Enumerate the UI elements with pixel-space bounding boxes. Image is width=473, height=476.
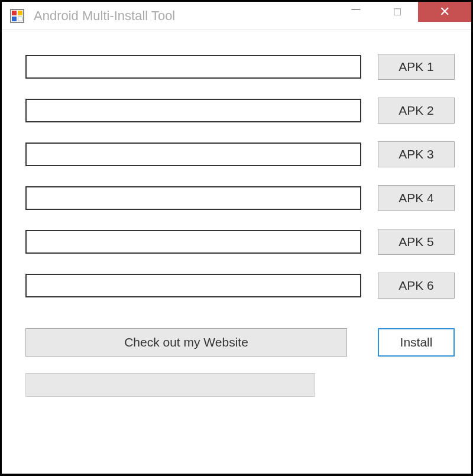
- apk-browse-button-6[interactable]: APK 6: [378, 273, 455, 299]
- apk-row-1: APK 1: [25, 54, 455, 80]
- apk-path-input-3[interactable]: [25, 143, 361, 166]
- progress-bar: [25, 373, 315, 397]
- apk-path-input-1[interactable]: [25, 55, 361, 79]
- cc-icon: cc: [407, 462, 420, 472]
- apk-browse-button-3[interactable]: APK 3: [378, 141, 455, 167]
- apk-path-input-5[interactable]: [25, 230, 361, 254]
- apk-browse-button-1[interactable]: APK 1: [378, 54, 455, 80]
- apk-row-5: APK 5: [25, 229, 455, 255]
- apk-path-input-2[interactable]: [25, 99, 361, 122]
- client-area: APK 1 APK 2 APK 3 APK 4 APK 5 APK 6 Chec…: [2, 30, 471, 409]
- close-button[interactable]: ✕: [418, 2, 471, 22]
- watermark: cc LO4D.com: [407, 462, 468, 472]
- window-title: Android Multi-Install Tool: [34, 8, 335, 24]
- install-button[interactable]: Install: [378, 328, 455, 357]
- window-controls: ‒ ☐ ✕: [335, 2, 471, 30]
- apk-row-6: APK 6: [25, 273, 455, 299]
- apk-browse-button-2[interactable]: APK 2: [378, 98, 455, 124]
- watermark-text: LO4D.com: [423, 462, 468, 472]
- apk-path-input-4[interactable]: [25, 186, 361, 210]
- minimize-button[interactable]: ‒: [335, 2, 377, 22]
- app-window: Android Multi-Install Tool ‒ ☐ ✕ APK 1 A…: [1, 1, 472, 474]
- maximize-button[interactable]: ☐: [377, 2, 418, 22]
- apk-row-3: APK 3: [25, 141, 455, 167]
- titlebar[interactable]: Android Multi-Install Tool ‒ ☐ ✕: [2, 2, 471, 30]
- apk-browse-button-4[interactable]: APK 4: [378, 185, 455, 211]
- apk-path-input-6[interactable]: [25, 274, 361, 297]
- apk-browse-button-5[interactable]: APK 5: [378, 229, 455, 255]
- apk-row-2: APK 2: [25, 98, 455, 124]
- website-button[interactable]: Check out my Website: [25, 328, 347, 357]
- apk-row-4: APK 4: [25, 185, 455, 211]
- app-icon: [10, 9, 24, 23]
- action-row: Check out my Website Install: [25, 328, 455, 357]
